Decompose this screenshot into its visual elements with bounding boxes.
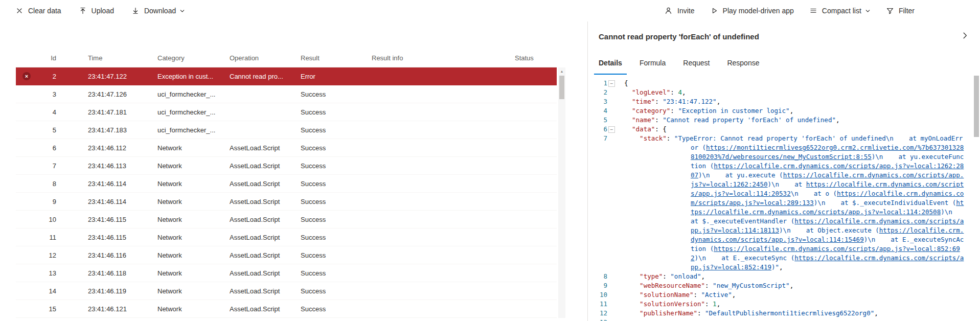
cell-category: Network — [157, 144, 230, 152]
code-text: "publisherName": "DefaultPublishermonti1… — [624, 309, 965, 318]
code-text: "category": "Exception in customer logic… — [624, 106, 965, 116]
tab-response[interactable]: Response — [722, 51, 764, 75]
cell-time: 23:41:46.116 — [88, 251, 157, 259]
code-line: 1−{ — [588, 79, 980, 88]
table-row[interactable]: 923:41:46.114NetworkAssetLoad.ScriptSucc… — [16, 193, 557, 211]
cell-operation: AssetLoad.Script — [230, 216, 301, 223]
cell-result: Success — [301, 287, 372, 295]
chevron-down-icon — [179, 8, 185, 14]
cell-result: Success — [301, 251, 372, 259]
cell-time: 23:41:46.115 — [88, 234, 157, 241]
error-icon: × — [22, 72, 31, 80]
column-header-id[interactable]: Id — [16, 54, 88, 62]
table-row[interactable]: 1023:41:46.115NetworkAssetLoad.ScriptSuc… — [16, 211, 557, 228]
cell-id: 14 — [16, 287, 88, 295]
code-token: , — [701, 272, 705, 280]
column-header-time[interactable]: Time — [88, 54, 157, 62]
cell-operation: AssetLoad.Script — [230, 234, 301, 241]
table-row[interactable]: 1123:41:46.115NetworkAssetLoad.ScriptSuc… — [16, 228, 557, 246]
table-row[interactable]: 523:41:47.183uci_formchecker_...Success — [16, 121, 557, 139]
code-text: "webResourceName": "new_MyCustomScript", — [624, 281, 965, 290]
cell-operation: AssetLoad.Script — [230, 180, 301, 188]
table-row[interactable]: 623:41:46.112NetworkAssetLoad.ScriptSucc… — [16, 139, 557, 157]
code-token: "DefaultPublishermonti1tiecrmlivesg6522o… — [705, 309, 874, 317]
table-row[interactable]: 823:41:46.114NetworkAssetLoad.ScriptSucc… — [16, 175, 557, 193]
cell-result: Success — [301, 162, 372, 170]
column-header-result_info[interactable]: Result info — [372, 54, 515, 62]
toolbar-item-label: Compact list — [822, 7, 861, 15]
column-header-status[interactable]: Status — [515, 54, 557, 62]
table-row[interactable]: 423:41:47.181uci_formchecker_...Success — [16, 103, 557, 121]
code-text — [624, 318, 965, 321]
toolbar-item-clear-data[interactable]: Clear data — [15, 0, 61, 21]
table-row[interactable]: 1423:41:46.119NetworkAssetLoad.ScriptSuc… — [16, 282, 557, 300]
code-token: : — [655, 125, 663, 133]
cell-operation: AssetLoad.Script — [230, 198, 301, 205]
code-token: )" — [771, 263, 779, 271]
code-token: "webResourceName" — [640, 282, 705, 289]
toolbar-item-invite[interactable]: Invite — [665, 0, 694, 21]
code-line: 2 "logLevel": 4, — [588, 88, 980, 97]
code-token — [624, 309, 640, 317]
table-row[interactable]: 723:41:46.113NetworkAssetLoad.ScriptSucc… — [16, 157, 557, 175]
code-token: "23:41:47.122" — [663, 98, 716, 105]
cell-time: 23:41:46.112 — [88, 144, 157, 152]
cell-id: 10 — [16, 216, 88, 223]
cell-result: Success — [301, 234, 372, 241]
toolbar-item-label: Clear data — [28, 7, 61, 15]
cell-category: Network — [157, 251, 230, 259]
code-token: : — [663, 272, 670, 280]
cell-id: 12 — [16, 251, 88, 259]
column-header-category[interactable]: Category — [157, 54, 230, 62]
fold-toggle[interactable]: − — [608, 126, 615, 133]
code-token: , — [790, 282, 794, 289]
code-line: 5 "name": "Cannot read property 'forEach… — [588, 116, 980, 125]
code-token: , — [836, 116, 840, 124]
grid-header: IdTimeCategoryOperationResultResult info… — [16, 49, 557, 67]
editor-scrollbar-thumb[interactable] — [974, 76, 979, 137]
tab-request[interactable]: Request — [678, 51, 714, 75]
table-row[interactable]: 1223:41:46.116NetworkAssetLoad.ScriptSuc… — [16, 246, 557, 264]
details-panel: Cannot read property 'forEach' of undefi… — [588, 21, 980, 321]
toolbar-item-download[interactable]: Download — [131, 0, 185, 21]
cell-category: Network — [157, 269, 230, 277]
code-token: "stack" — [640, 134, 667, 142]
column-header-result[interactable]: Result — [301, 54, 372, 62]
json-code-viewer[interactable]: 1−{2 "logLevel": 4,3 "time": "23:41:47.1… — [588, 75, 980, 321]
cell-id: 5 — [16, 126, 88, 134]
grid-scrollbar[interactable]: ▲ — [558, 67, 565, 318]
cell-result: Success — [301, 126, 372, 134]
column-header-operation[interactable]: Operation — [230, 54, 301, 62]
toolbar-item-upload[interactable]: Upload — [79, 0, 114, 21]
tab-details[interactable]: Details — [594, 51, 627, 75]
code-token — [624, 318, 640, 321]
code-token: , — [779, 263, 783, 271]
editor-scrollbar[interactable] — [973, 75, 980, 321]
expand-panel-button[interactable] — [961, 32, 969, 41]
toolbar-item-label: Filter — [899, 7, 915, 15]
grid-scrollbar-thumb[interactable] — [559, 76, 564, 99]
cell-category: uci_formchecker_... — [157, 90, 230, 98]
fold-gutter — [607, 290, 616, 300]
cell-operation: AssetLoad.Script — [230, 251, 301, 259]
line-number: 10 — [588, 290, 607, 300]
cell-result: Success — [301, 108, 372, 116]
monitor-app: Clear dataUploadDownload InvitePlay mode… — [0, 0, 980, 321]
table-row[interactable]: 1523:41:46.121NetworkAssetLoad.ScriptSuc… — [16, 300, 557, 318]
scroll-up-arrow[interactable]: ▲ — [558, 67, 565, 76]
line-number: 4 — [588, 106, 607, 116]
code-line: 7 "stack": "TypeError: Cannot read prope… — [588, 134, 980, 272]
toolbar-item-filter[interactable]: Filter — [886, 0, 915, 21]
tab-formula[interactable]: Formula — [635, 51, 670, 75]
cell-time: 23:41:47.181 — [88, 108, 157, 116]
code-token: "category" — [632, 107, 670, 114]
fold-toggle[interactable]: − — [608, 80, 615, 87]
toolbar-item-play-model-driven-app[interactable]: Play model-driven app — [710, 0, 794, 21]
table-row[interactable]: 1323:41:46.118NetworkAssetLoad.ScriptSuc… — [16, 264, 557, 282]
code-token — [624, 282, 640, 289]
table-row[interactable]: 323:41:47.126uci_formchecker_...Success — [16, 85, 557, 103]
table-row[interactable]: ×223:41:47.122Exception in cust...Cannot… — [16, 67, 557, 85]
fold-gutter — [607, 281, 616, 290]
toolbar-item-compact-list[interactable]: Compact list — [809, 0, 871, 21]
panel-header: Cannot read property 'forEach' of undefi… — [588, 21, 980, 51]
